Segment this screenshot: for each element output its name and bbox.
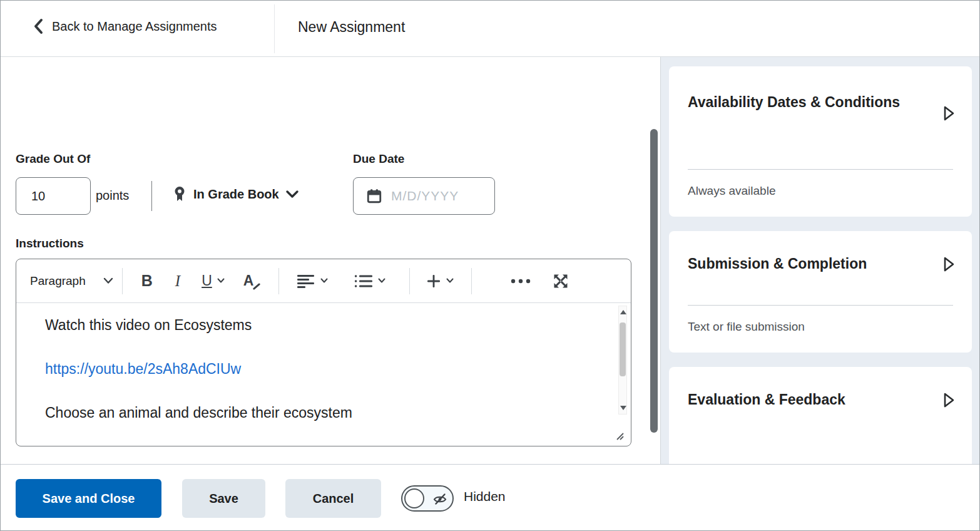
align-left-icon [297, 274, 315, 288]
due-date-placeholder: M/D/YYYY [391, 188, 459, 204]
back-to-manage-assignments-button[interactable]: Back to Manage Assignments [33, 18, 217, 34]
panel-title: Availability Dates & Conditions [688, 88, 932, 116]
insert-dropdown[interactable] [426, 274, 454, 289]
hidden-label: Hidden [464, 489, 506, 504]
panel-summary: Always available [688, 184, 775, 198]
grade-section-divider [151, 181, 152, 211]
hidden-visibility-toggle[interactable] [401, 485, 454, 512]
panel-title: Submission & Completion [688, 250, 957, 277]
bold-button[interactable]: B [141, 272, 153, 290]
panel-divider [688, 305, 953, 306]
editor-scrollbar[interactable] [618, 306, 627, 415]
fullscreen-button[interactable] [552, 272, 569, 290]
submission-completion-panel[interactable]: Submission & Completion Text or file sub… [669, 231, 972, 353]
chevron-down-icon [217, 278, 225, 284]
paragraph-format-dropdown[interactable]: Paragraph [30, 274, 113, 288]
due-date-label: Due Date [353, 152, 404, 166]
instructions-line-3: Choose an animal and describe their ecos… [45, 405, 352, 421]
due-date-input[interactable]: M/D/YYYY [353, 177, 495, 215]
grade-out-of-label: Grade Out Of [16, 152, 90, 166]
save-and-close-button[interactable]: Save and Close [16, 479, 161, 518]
eye-slash-icon [432, 492, 447, 507]
toggle-knob[interactable] [404, 488, 424, 508]
font-color-button[interactable]: A [243, 272, 254, 289]
new-assignment-page: Back to Manage Assignments New Assignmen… [0, 0, 980, 531]
page-title: New Assignment [298, 19, 405, 36]
italic-button[interactable]: I [175, 272, 180, 290]
action-footer: Save and Close Save Cancel Hidden [1, 464, 979, 531]
toolbar-divider [409, 268, 410, 294]
editor-scrollbar-thumb[interactable] [620, 322, 626, 376]
cancel-button[interactable]: Cancel [285, 479, 381, 518]
editor-toolbar: Paragraph B I U A [16, 259, 631, 303]
bullet-list-icon [354, 274, 373, 288]
caret-right-icon[interactable] [942, 105, 956, 121]
toolbar-divider [122, 268, 123, 294]
grade-medal-icon [172, 186, 187, 202]
header-divider [274, 4, 275, 53]
paragraph-format-label: Paragraph [30, 274, 86, 288]
ellipsis-icon [511, 279, 531, 284]
in-grade-book-dropdown[interactable]: In Grade Book [172, 186, 299, 202]
plus-icon [426, 274, 441, 289]
instructions-label: Instructions [16, 237, 84, 250]
points-unit-label: points [96, 188, 129, 203]
chevron-down-icon [378, 278, 385, 284]
grade-points-input[interactable] [16, 177, 91, 215]
main-scrollbar-thumb[interactable] [650, 129, 658, 433]
underline-dropdown[interactable]: U [202, 272, 225, 289]
top-header: Back to Manage Assignments New Assignmen… [1, 1, 979, 57]
back-label: Back to Manage Assignments [52, 19, 217, 34]
save-button[interactable]: Save [182, 479, 265, 518]
editor-resize-handle[interactable] [613, 430, 625, 441]
instructions-text-area[interactable]: Watch this video on Ecosystems https://y… [17, 303, 616, 426]
instructions-line-1: Watch this video on Ecosystems [45, 317, 252, 334]
instructions-rich-text-editor: Paragraph B I U A [16, 259, 631, 446]
caret-right-icon[interactable] [942, 256, 956, 272]
scroll-down-arrow-icon[interactable] [620, 406, 626, 410]
availability-dates-conditions-panel[interactable]: Availability Dates & Conditions Always a… [669, 66, 972, 217]
more-actions-button[interactable] [511, 279, 531, 284]
main-content: Standards Grade Out Of points In Grade B… [1, 57, 645, 531]
scroll-up-arrow-icon[interactable] [620, 310, 626, 314]
toolbar-divider [278, 268, 279, 294]
chevron-down-icon [320, 278, 328, 284]
calendar-icon [366, 188, 382, 204]
chevron-down-icon [446, 278, 454, 284]
chevron-down-icon [285, 190, 299, 198]
chevron-down-icon [103, 277, 113, 284]
list-dropdown[interactable] [354, 274, 385, 288]
in-grade-book-label: In Grade Book [193, 187, 279, 202]
panel-divider [688, 169, 953, 170]
caret-right-icon[interactable] [942, 392, 956, 408]
settings-sidebar: Availability Dates & Conditions Always a… [661, 57, 980, 531]
toolbar-divider [471, 268, 472, 294]
alignment-dropdown[interactable] [297, 274, 328, 288]
panel-summary: Text or file submission [688, 320, 805, 334]
youtube-link[interactable]: https://youtu.be/2sAh8AdCIUw [45, 361, 241, 378]
chevron-left-icon [33, 18, 43, 34]
panel-title: Evaluation & Feedback [688, 386, 957, 413]
expand-fullscreen-icon [552, 272, 569, 290]
